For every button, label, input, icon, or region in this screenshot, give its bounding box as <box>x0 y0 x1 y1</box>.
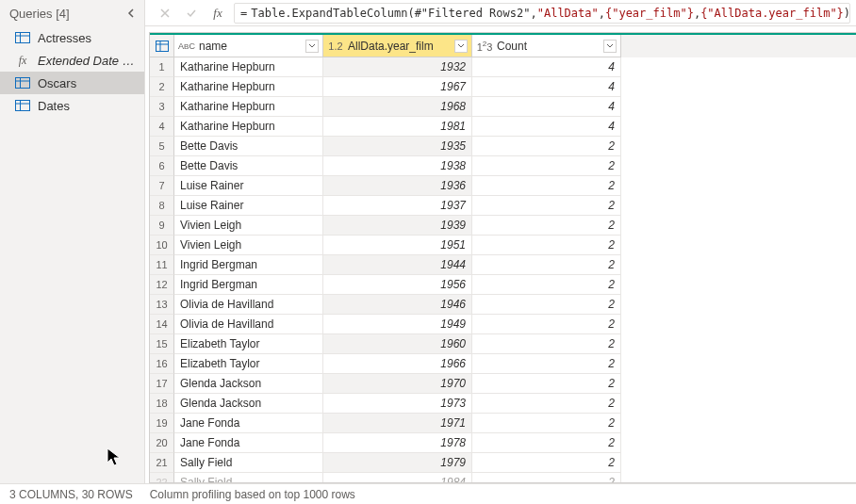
cell-year[interactable]: 1971 <box>323 414 472 433</box>
row-number[interactable]: 15 <box>150 334 174 354</box>
column-type-icon[interactable]: ABC <box>178 41 195 51</box>
column-type-icon[interactable]: 123 <box>476 40 493 53</box>
cell-year[interactable]: 1937 <box>323 196 472 216</box>
cell-year[interactable]: 1935 <box>323 137 472 156</box>
cell-count[interactable]: 4 <box>472 57 621 77</box>
cell-count[interactable]: 2 <box>472 275 621 295</box>
cell-count[interactable]: 2 <box>472 156 621 176</box>
cell-count[interactable]: 2 <box>472 354 621 374</box>
cell-name[interactable]: Glenda Jackson <box>174 374 323 394</box>
row-number[interactable]: 18 <box>150 394 174 414</box>
row-number[interactable]: 1 <box>150 57 174 77</box>
cell-name[interactable]: Elizabeth Taylor <box>174 334 323 354</box>
cell-count[interactable]: 2 <box>472 216 621 236</box>
table-row[interactable]: 4Katharine Hepburn19814 <box>150 117 856 137</box>
formula-commit-button[interactable] <box>181 3 202 24</box>
table-row[interactable]: 21Sally Field19792 <box>150 453 856 473</box>
column-filter-button[interactable] <box>305 40 319 53</box>
column-filter-button[interactable] <box>603 40 617 53</box>
row-number[interactable]: 4 <box>150 117 174 137</box>
table-row[interactable]: 3Katharine Hepburn19684 <box>150 97 856 117</box>
cell-name[interactable]: Sally Field <box>174 473 323 483</box>
cell-year[interactable]: 1944 <box>323 255 472 275</box>
table-row[interactable]: 5Bette Davis19352 <box>150 137 856 156</box>
cell-name[interactable]: Katharine Hepburn <box>174 77 323 97</box>
table-row[interactable]: 12Ingrid Bergman19562 <box>150 275 856 295</box>
column-type-icon[interactable]: 1.2 <box>327 41 344 52</box>
cell-name[interactable]: Luise Rainer <box>174 176 323 196</box>
row-number[interactable]: 3 <box>150 97 174 117</box>
formula-cancel-button[interactable] <box>155 3 175 24</box>
table-row[interactable]: 15Elizabeth Taylor19602 <box>150 334 856 354</box>
table-row[interactable]: 1Katharine Hepburn19324 <box>150 57 856 77</box>
cell-year[interactable]: 1981 <box>323 117 472 137</box>
cell-count[interactable]: 2 <box>472 236 621 255</box>
cell-count[interactable]: 2 <box>472 394 621 414</box>
table-row[interactable]: 20Jane Fonda19782 <box>150 433 856 453</box>
cell-count[interactable]: 2 <box>472 433 621 453</box>
cell-year[interactable]: 1960 <box>323 334 472 354</box>
table-row[interactable]: 6Bette Davis19382 <box>150 156 856 176</box>
cell-year[interactable]: 1973 <box>323 394 472 414</box>
table-row[interactable]: 11Ingrid Bergman19442 <box>150 255 856 275</box>
row-number[interactable]: 10 <box>150 236 174 255</box>
row-number[interactable]: 13 <box>150 295 174 315</box>
table-row[interactable]: 22Sally Field19842 <box>150 473 856 483</box>
cell-name[interactable]: Ingrid Bergman <box>174 255 323 275</box>
cell-count[interactable]: 2 <box>472 137 621 156</box>
cell-name[interactable]: Ingrid Bergman <box>174 275 323 295</box>
row-number[interactable]: 5 <box>150 137 174 156</box>
table-row[interactable]: 9Vivien Leigh19392 <box>150 216 856 236</box>
cell-year[interactable]: 1932 <box>323 57 472 77</box>
sidebar-item-actresses[interactable]: Actresses <box>0 26 144 49</box>
cell-count[interactable]: 2 <box>472 315 621 334</box>
row-number[interactable]: 22 <box>150 473 174 483</box>
row-number[interactable]: 8 <box>150 196 174 216</box>
column-header-name[interactable]: ABCname <box>174 35 323 57</box>
cell-year[interactable]: 1936 <box>323 176 472 196</box>
cell-year[interactable]: 1967 <box>323 77 472 97</box>
cell-year[interactable]: 1978 <box>323 433 472 453</box>
cell-year[interactable]: 1968 <box>323 97 472 117</box>
cell-year[interactable]: 1951 <box>323 236 472 255</box>
cell-count[interactable]: 2 <box>472 453 621 473</box>
cell-name[interactable]: Olivia de Havilland <box>174 295 323 315</box>
row-number[interactable]: 9 <box>150 216 174 236</box>
column-header-alldata-year-film[interactable]: 1.2AllData.year_film <box>323 35 472 57</box>
cell-count[interactable]: 2 <box>472 295 621 315</box>
cell-year[interactable]: 1984 <box>323 473 472 483</box>
cell-name[interactable]: Jane Fonda <box>174 433 323 453</box>
cell-name[interactable]: Bette Davis <box>174 156 323 176</box>
sidebar-item-extended-date-table[interactable]: fxExtended Date Table <box>0 49 144 72</box>
cell-name[interactable]: Sally Field <box>174 453 323 473</box>
table-row[interactable]: 16Elizabeth Taylor19662 <box>150 354 856 374</box>
cell-name[interactable]: Luise Rainer <box>174 196 323 216</box>
formula-input[interactable]: = Table.ExpandTableColumn(#"Filtered Row… <box>234 3 850 24</box>
row-number[interactable]: 6 <box>150 156 174 176</box>
cell-name[interactable]: Jane Fonda <box>174 414 323 433</box>
cell-year[interactable]: 1938 <box>323 156 472 176</box>
cell-year[interactable]: 1966 <box>323 354 472 374</box>
table-row[interactable]: 17Glenda Jackson19702 <box>150 374 856 394</box>
table-row[interactable]: 18Glenda Jackson19732 <box>150 394 856 414</box>
table-row[interactable]: 14Olivia de Havilland19492 <box>150 315 856 334</box>
cell-count[interactable]: 2 <box>472 196 621 216</box>
cell-name[interactable]: Bette Davis <box>174 137 323 156</box>
sidebar-item-dates[interactable]: Dates <box>0 94 144 117</box>
row-number[interactable]: 16 <box>150 354 174 374</box>
column-filter-button[interactable] <box>454 40 468 53</box>
cell-count[interactable]: 2 <box>472 414 621 433</box>
cell-name[interactable]: Vivien Leigh <box>174 216 323 236</box>
cell-name[interactable]: Katharine Hepburn <box>174 117 323 137</box>
table-row[interactable]: 2Katharine Hepburn19674 <box>150 77 856 97</box>
cell-count[interactable]: 2 <box>472 255 621 275</box>
cell-year[interactable]: 1979 <box>323 453 472 473</box>
cell-year[interactable]: 1949 <box>323 315 472 334</box>
row-number[interactable]: 12 <box>150 275 174 295</box>
row-number[interactable]: 14 <box>150 315 174 334</box>
column-header-count[interactable]: 123Count <box>472 35 621 57</box>
cell-name[interactable]: Elizabeth Taylor <box>174 354 323 374</box>
cell-name[interactable]: Katharine Hepburn <box>174 97 323 117</box>
cell-count[interactable]: 4 <box>472 97 621 117</box>
row-number[interactable]: 11 <box>150 255 174 275</box>
